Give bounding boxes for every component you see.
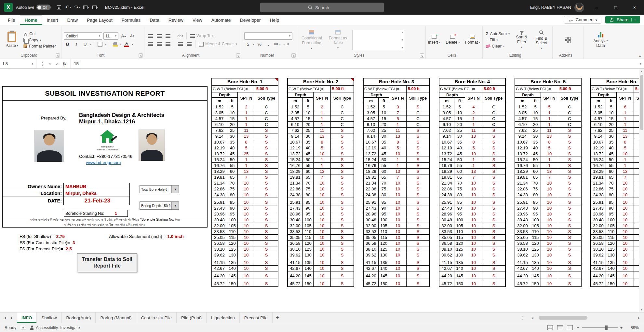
cell-depth-ft[interactable]: 140 [454, 266, 465, 271]
cell-depth-ft[interactable]: 10 [454, 110, 465, 116]
addins-button[interactable] [563, 36, 573, 44]
sheet-nav-left-arrow[interactable]: ◂ [4, 315, 6, 320]
cell-spt[interactable]: 10 [465, 180, 482, 186]
cell-spt[interactable]: 10 [617, 211, 634, 217]
copy-button[interactable]: Copy▾ [22, 37, 57, 43]
cell-spt[interactable]: 10 [465, 217, 482, 223]
cell-soil[interactable]: S [255, 169, 278, 174]
undo-button[interactable]: ↶▾ [64, 3, 72, 12]
cell-depth-m[interactable]: 33.53 [591, 229, 606, 235]
increase-indent-button[interactable] [185, 40, 193, 48]
cell-depth-m[interactable]: 13.72 [288, 151, 303, 157]
cell-depth-ft[interactable]: 140 [379, 266, 389, 271]
cell-spt[interactable]: 25 [238, 151, 255, 157]
cell-spt[interactable]: 10 [314, 217, 331, 223]
cell-depth-ft[interactable]: 85 [454, 200, 465, 205]
cell-depth-m[interactable]: 18.29 [439, 169, 454, 174]
cell-spt[interactable]: 10 [314, 200, 331, 205]
cell-spt[interactable]: 10 [238, 180, 255, 186]
cell-depth-m[interactable]: 27.43 [364, 205, 379, 211]
fs-precast-value[interactable]: 2.5 [66, 246, 72, 251]
cell-depth-m[interactable]: 32.00 [212, 223, 227, 229]
vertical-scrollbar-thumb[interactable] [640, 75, 643, 130]
cell-depth-m[interactable]: 15.24 [212, 157, 227, 163]
cell-depth-m[interactable]: 27.43 [439, 205, 454, 211]
cell-depth-m[interactable]: 4.57 [591, 116, 606, 122]
cell-spt[interactable]: 10 [617, 229, 634, 235]
sort-filter-button[interactable]: Sort & Filter▾ [513, 30, 530, 50]
cell-depth-m[interactable]: 3.05 [591, 110, 606, 116]
cell-soil[interactable]: S [255, 217, 278, 223]
cell-soil[interactable]: S [482, 151, 505, 157]
cell-depth-ft[interactable]: 130 [606, 252, 617, 258]
cell-depth-m[interactable]: 32.00 [439, 223, 454, 229]
cell-spt[interactable]: 10 [541, 252, 558, 258]
cell-spt[interactable]: 13 [389, 169, 407, 174]
cell-depth-m[interactable]: 7.62 [439, 128, 454, 133]
cell-depth-ft[interactable]: 15 [606, 116, 617, 122]
cell-depth-ft[interactable]: 40 [606, 145, 617, 151]
cell-spt[interactable]: 10 [389, 223, 407, 229]
cell-depth-ft[interactable]: 55 [606, 163, 617, 169]
insert-cells-button[interactable]: + Insert▾ [426, 34, 443, 46]
gwt-value[interactable]: 5.00 ft [331, 86, 354, 92]
cell-depth-ft[interactable]: 140 [606, 266, 617, 271]
cell-depth-m[interactable]: 16.76 [439, 163, 454, 169]
cell-spt[interactable]: 10 [465, 260, 482, 266]
cell-depth-m[interactable]: 16.76 [364, 163, 379, 169]
cell-spt[interactable]: 10 [238, 229, 255, 235]
cell-depth-ft[interactable]: 75 [606, 186, 617, 192]
cell-spt[interactable]: 10 [389, 266, 407, 271]
cell-soil[interactable]: S [255, 180, 278, 186]
decrease-font-button[interactable]: A▾ [128, 32, 136, 39]
bold-button[interactable]: B [64, 41, 71, 48]
gwt-value[interactable]: 5.00 ft [255, 86, 278, 92]
cell-soil[interactable]: S [407, 273, 429, 279]
cell-depth-m[interactable]: 25.91 [439, 200, 454, 205]
cell-depth-ft[interactable]: 85 [530, 200, 541, 205]
analyze-data-button[interactable]: Analyze Data [589, 31, 613, 49]
cell-spt[interactable]: 10 [238, 241, 255, 246]
cell-spt[interactable]: 13 [541, 169, 558, 174]
cell-depth-ft[interactable]: 25 [303, 128, 314, 133]
cell-depth-ft[interactable]: 100 [379, 217, 389, 223]
cell-depth-ft[interactable]: 40 [530, 145, 541, 151]
cell-soil[interactable]: S [331, 211, 354, 217]
cell-spt[interactable]: 13 [314, 133, 331, 139]
cell-depth-ft[interactable]: 90 [606, 205, 617, 211]
cell-spt[interactable]: 13 [617, 133, 634, 139]
cell-spt[interactable]: 10 [465, 151, 482, 157]
cell-depth-ft[interactable]: 80 [379, 192, 389, 198]
cell-spt[interactable]: 10 [617, 241, 634, 246]
cell-depth-ft[interactable]: 60 [606, 169, 617, 174]
cell-depth-ft[interactable]: 60 [227, 169, 238, 174]
new-sheet-button[interactable]: + [273, 312, 282, 323]
cell-spt[interactable]: 10 [389, 246, 407, 252]
cell-soil[interactable]: S [558, 151, 581, 157]
cell-soil[interactable]: S [558, 145, 581, 151]
cell-depth-m[interactable]: 32.00 [364, 223, 379, 229]
cell-depth-ft[interactable]: 40 [454, 145, 465, 151]
cell-soil[interactable]: S [482, 163, 505, 169]
cell-spt[interactable]: 10 [617, 205, 634, 211]
cell-depth-m[interactable]: 24.38 [591, 192, 606, 198]
scroll-down-arrow[interactable]: ▾ [641, 307, 642, 312]
sheet-tab-boring-auto[interactable]: Boring(Auto) [62, 312, 96, 323]
cell-spt[interactable]: 1 [238, 116, 255, 122]
cell-depth-ft[interactable]: 35 [303, 139, 314, 145]
cell-depth-m[interactable]: 3.05 [212, 110, 227, 116]
cell-depth-ft[interactable]: 45 [227, 151, 238, 157]
cell-spt[interactable]: 1 [314, 163, 331, 169]
cell-depth-m[interactable]: 6.10 [515, 122, 530, 128]
cell-spt[interactable]: 10 [314, 246, 331, 252]
cell-soil[interactable]: C [255, 110, 278, 116]
cell-spt[interactable]: 10 [465, 252, 482, 258]
orientation-button[interactable]: ab▾ [177, 32, 184, 39]
cell-spt[interactable]: 10 [238, 192, 255, 198]
sheet-tab-liquefaction[interactable]: Liquefaction [207, 312, 240, 323]
name-box[interactable]: L8 ▾ [0, 59, 36, 68]
cell-depth-ft[interactable]: 100 [227, 217, 238, 223]
cell-spt[interactable]: 10 [389, 151, 407, 157]
cell-depth-m[interactable]: 35.05 [591, 235, 606, 241]
cell-depth-m[interactable]: 30.48 [515, 217, 530, 223]
